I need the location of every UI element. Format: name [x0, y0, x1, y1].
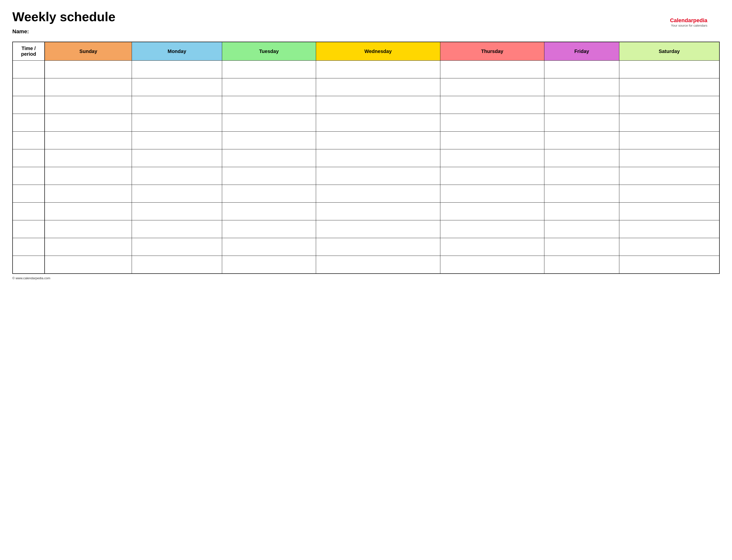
schedule-cell[interactable] [544, 78, 619, 96]
schedule-cell[interactable] [222, 96, 316, 114]
schedule-cell[interactable] [440, 61, 544, 78]
schedule-cell[interactable] [45, 61, 132, 78]
schedule-cell[interactable] [544, 96, 619, 114]
schedule-cell[interactable] [316, 167, 440, 185]
schedule-cell[interactable] [316, 203, 440, 220]
schedule-cell[interactable] [619, 185, 719, 203]
time-period-cell[interactable] [13, 149, 45, 167]
schedule-cell[interactable] [132, 61, 222, 78]
schedule-cell[interactable] [440, 167, 544, 185]
schedule-cell[interactable] [45, 149, 132, 167]
schedule-cell[interactable] [544, 220, 619, 238]
time-period-cell[interactable] [13, 132, 45, 149]
name-label: Name: [12, 28, 720, 35]
schedule-cell[interactable] [316, 96, 440, 114]
schedule-cell[interactable] [222, 220, 316, 238]
schedule-cell[interactable] [45, 96, 132, 114]
schedule-cell[interactable] [132, 256, 222, 274]
time-period-cell[interactable] [13, 167, 45, 185]
schedule-cell[interactable] [132, 203, 222, 220]
schedule-cell[interactable] [440, 238, 544, 256]
time-period-cell[interactable] [13, 185, 45, 203]
schedule-cell[interactable] [132, 185, 222, 203]
schedule-cell[interactable] [544, 185, 619, 203]
schedule-cell[interactable] [132, 114, 222, 132]
table-row [13, 185, 719, 203]
schedule-cell[interactable] [440, 203, 544, 220]
schedule-cell[interactable] [440, 256, 544, 274]
schedule-cell[interactable] [619, 220, 719, 238]
schedule-cell[interactable] [316, 185, 440, 203]
schedule-cell[interactable] [544, 149, 619, 167]
schedule-cell[interactable] [440, 78, 544, 96]
schedule-cell[interactable] [619, 167, 719, 185]
schedule-cell[interactable] [132, 149, 222, 167]
schedule-cell[interactable] [45, 114, 132, 132]
schedule-cell[interactable] [619, 149, 719, 167]
schedule-cell[interactable] [132, 167, 222, 185]
schedule-cell[interactable] [45, 78, 132, 96]
schedule-cell[interactable] [222, 185, 316, 203]
schedule-cell[interactable] [222, 149, 316, 167]
schedule-cell[interactable] [45, 203, 132, 220]
schedule-cell[interactable] [45, 167, 132, 185]
schedule-cell[interactable] [222, 203, 316, 220]
logo-area: Calendarpedia Your source for calendars [670, 17, 707, 27]
time-period-cell[interactable] [13, 78, 45, 96]
schedule-cell[interactable] [132, 78, 222, 96]
schedule-cell[interactable] [132, 238, 222, 256]
schedule-cell[interactable] [619, 78, 719, 96]
time-period-cell[interactable] [13, 238, 45, 256]
schedule-cell[interactable] [440, 132, 544, 149]
schedule-cell[interactable] [619, 256, 719, 274]
schedule-cell[interactable] [45, 132, 132, 149]
schedule-cell[interactable] [45, 238, 132, 256]
schedule-cell[interactable] [222, 167, 316, 185]
schedule-cell[interactable] [544, 203, 619, 220]
schedule-cell[interactable] [440, 149, 544, 167]
schedule-cell[interactable] [619, 132, 719, 149]
schedule-cell[interactable] [544, 167, 619, 185]
schedule-cell[interactable] [440, 220, 544, 238]
schedule-cell[interactable] [544, 256, 619, 274]
schedule-cell[interactable] [316, 149, 440, 167]
schedule-cell[interactable] [316, 238, 440, 256]
schedule-cell[interactable] [132, 96, 222, 114]
schedule-cell[interactable] [316, 256, 440, 274]
schedule-cell[interactable] [440, 96, 544, 114]
schedule-cell[interactable] [222, 114, 316, 132]
schedule-cell[interactable] [619, 96, 719, 114]
time-period-cell[interactable] [13, 96, 45, 114]
schedule-cell[interactable] [132, 220, 222, 238]
schedule-cell[interactable] [619, 203, 719, 220]
schedule-cell[interactable] [222, 132, 316, 149]
schedule-cell[interactable] [222, 61, 316, 78]
time-period-cell[interactable] [13, 256, 45, 274]
schedule-cell[interactable] [222, 78, 316, 96]
schedule-cell[interactable] [45, 220, 132, 238]
time-period-cell[interactable] [13, 61, 45, 78]
schedule-cell[interactable] [316, 132, 440, 149]
time-period-cell[interactable] [13, 114, 45, 132]
schedule-cell[interactable] [544, 238, 619, 256]
schedule-cell[interactable] [45, 185, 132, 203]
schedule-cell[interactable] [544, 132, 619, 149]
schedule-cell[interactable] [45, 256, 132, 274]
schedule-cell[interactable] [316, 78, 440, 96]
schedule-cell[interactable] [619, 238, 719, 256]
schedule-cell[interactable] [316, 114, 440, 132]
schedule-cell[interactable] [619, 61, 719, 78]
schedule-cell[interactable] [440, 185, 544, 203]
schedule-cell[interactable] [544, 61, 619, 78]
schedule-cell[interactable] [222, 238, 316, 256]
schedule-cell[interactable] [544, 114, 619, 132]
schedule-cell[interactable] [316, 220, 440, 238]
col-header-wednesday: Wednesday [316, 42, 440, 61]
time-period-cell[interactable] [13, 203, 45, 220]
schedule-cell[interactable] [132, 132, 222, 149]
time-period-cell[interactable] [13, 220, 45, 238]
schedule-cell[interactable] [316, 61, 440, 78]
schedule-cell[interactable] [619, 114, 719, 132]
schedule-cell[interactable] [222, 256, 316, 274]
schedule-cell[interactable] [440, 114, 544, 132]
